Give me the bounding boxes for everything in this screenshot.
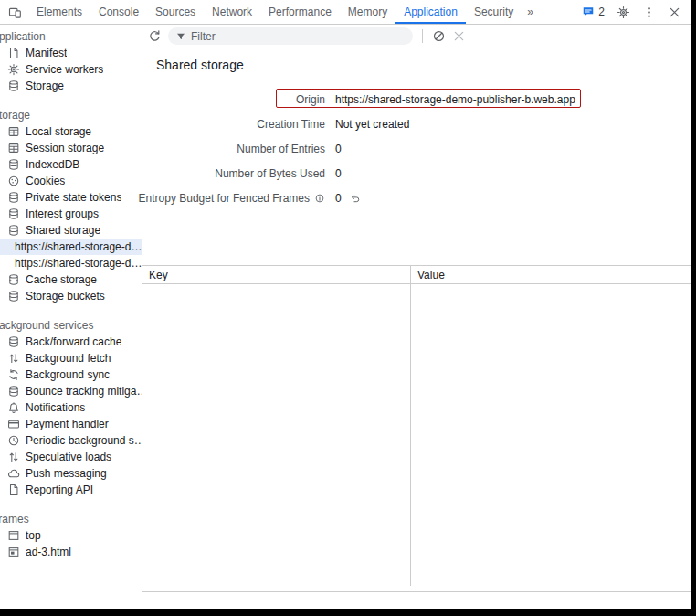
tab-console[interactable]: Console [90, 0, 147, 24]
sidebar-item-payment-handler[interactable]: Payment handler [0, 416, 142, 432]
tabbar-actions: 2 [582, 5, 691, 19]
sidebar-item-session-storage[interactable]: Session storage [0, 140, 142, 156]
metadata-fields: Origin https://shared-storage-demo-publi… [142, 87, 691, 210]
filter-box[interactable] [168, 27, 413, 45]
tab-application[interactable]: Application [395, 0, 466, 24]
sidebar-item-shared-storage[interactable]: Shared storage [0, 222, 142, 239]
shared-storage-panel: Shared storage Origin https://shared-sto… [142, 25, 691, 609]
tab-network[interactable]: Network [204, 0, 260, 24]
sidebar-item-cookies[interactable]: Cookies [0, 173, 142, 189]
sidebar-item-frame-top[interactable]: top [0, 527, 142, 544]
sidebar-item-shared-storage-origin-1[interactable]: https://shared-storage-d… [0, 239, 142, 255]
sync-icon [7, 368, 20, 381]
page-title: Shared storage [156, 58, 691, 72]
column-header-key[interactable]: Key [142, 266, 411, 283]
delete-selected-button[interactable] [452, 29, 466, 43]
database-icon [7, 290, 20, 303]
window-edge-right [691, 0, 696, 616]
gear-icon [617, 5, 630, 19]
sidebar-item-reporting-api[interactable]: Reporting API [0, 482, 142, 498]
grid-header: Key Value [142, 266, 691, 284]
sidebar-item-storage-buckets[interactable]: Storage buckets [0, 288, 142, 304]
issues-count: 2 [598, 5, 605, 18]
close-devtools-button[interactable] [668, 5, 681, 19]
issues-icon [582, 5, 595, 18]
table-icon [7, 142, 20, 154]
frame-ad-icon [7, 546, 20, 558]
cloud-icon [7, 467, 20, 480]
sidebar-item-interest-groups[interactable]: Interest groups [0, 206, 142, 222]
device-toolbar-icon [8, 5, 22, 19]
more-options-button[interactable] [642, 5, 656, 19]
issues-button[interactable]: 2 [582, 5, 605, 18]
sidebar-item-frame-ad-3[interactable]: ad-3.html [0, 544, 142, 560]
field-row-number-of-entries: Number of Entries 0 [142, 136, 691, 161]
up-down-arrows-icon [7, 352, 20, 365]
field-label: Entropy Budget for Fenced Frames [142, 192, 325, 205]
field-row-number-of-bytes-used: Number of Bytes Used 0 [142, 161, 691, 186]
tab-elements[interactable]: Elements [28, 0, 90, 24]
sidebar-item-private-state-tokens[interactable]: Private state tokens [0, 189, 142, 206]
clock-icon [7, 434, 20, 447]
sidebar-item-local-storage[interactable]: Local storage [0, 123, 142, 140]
sidebar-section-frames: Frames [0, 511, 142, 527]
database-icon [7, 191, 20, 204]
grid-body [142, 284, 691, 591]
shared-storage-grid: Key Value [142, 265, 691, 592]
sidebar-section-application: Application [0, 28, 142, 45]
toggle-device-toolbar-button[interactable] [0, 5, 28, 19]
clear-all-button[interactable] [432, 29, 446, 43]
toolbar-separator [422, 29, 423, 43]
sidebar-item-bounce-tracking-mitigations[interactable]: Bounce tracking mitiga… [0, 383, 142, 399]
panel-tabs: Elements Console Sources Network Perform… [28, 0, 539, 24]
tab-security[interactable]: Security [466, 0, 522, 24]
devtools-tabbar: Elements Console Sources Network Perform… [0, 0, 691, 25]
sidebar-item-notifications[interactable]: Notifications [0, 399, 142, 416]
sidebar-item-background-fetch[interactable]: Background fetch [0, 350, 142, 366]
sidebar-section-background-services: Background services [0, 317, 142, 334]
sidebar-item-cache-storage[interactable]: Cache storage [0, 271, 142, 288]
tab-performance[interactable]: Performance [260, 0, 340, 24]
filter-input[interactable] [191, 30, 406, 43]
sidebar-section-storage: Storage [0, 107, 142, 123]
sidebar-item-storage[interactable]: Storage [0, 78, 142, 94]
sidebar-item-push-messaging[interactable]: Push messaging [0, 465, 142, 482]
window-edge-bottom [0, 609, 696, 616]
tab-memory[interactable]: Memory [340, 0, 395, 24]
frame-icon [7, 529, 20, 542]
sidebar-item-service-workers[interactable]: Service workers [0, 61, 142, 78]
database-icon [7, 335, 20, 348]
sidebar-item-speculative-loads[interactable]: Speculative loads [0, 449, 142, 465]
sidebar-item-manifest[interactable]: Manifest [0, 45, 142, 61]
more-tabs-button[interactable]: » [522, 0, 539, 24]
up-down-arrows-icon [7, 451, 20, 463]
application-sidebar: Application Manifest Service workers Sto… [0, 25, 142, 609]
sidebar-item-indexeddb[interactable]: IndexedDB [0, 156, 142, 173]
database-icon [7, 273, 20, 286]
bell-icon [7, 401, 20, 414]
field-value: 0 [335, 143, 342, 155]
close-icon [452, 29, 466, 43]
kebab-menu-icon [642, 5, 656, 19]
sidebar-item-periodic-background-sync[interactable]: Periodic background s… [0, 432, 142, 449]
column-header-value[interactable]: Value [411, 266, 691, 283]
table-icon [7, 125, 20, 138]
column-divider [410, 284, 411, 586]
cookie-icon [7, 175, 20, 187]
field-value: Not yet created [335, 118, 409, 131]
refresh-button[interactable] [148, 29, 162, 43]
sidebar-item-back-forward-cache[interactable]: Back/forward cache [0, 334, 142, 350]
field-row-creation-time: Creation Time Not yet created [142, 112, 691, 136]
database-icon [7, 158, 20, 171]
tab-sources[interactable]: Sources [147, 0, 204, 24]
info-icon[interactable] [314, 193, 325, 204]
sidebar-item-background-sync[interactable]: Background sync [0, 366, 142, 383]
shared-storage-toolbar [142, 25, 691, 48]
field-row-entropy-budget: Entropy Budget for Fenced Frames 0 [142, 186, 691, 210]
database-icon [7, 224, 20, 237]
sidebar-item-shared-storage-origin-2[interactable]: https://shared-storage-d… [0, 255, 142, 271]
database-icon [7, 385, 20, 398]
settings-button[interactable] [617, 5, 630, 19]
field-value: 0 [335, 167, 342, 180]
reset-budget-icon[interactable] [350, 193, 361, 204]
